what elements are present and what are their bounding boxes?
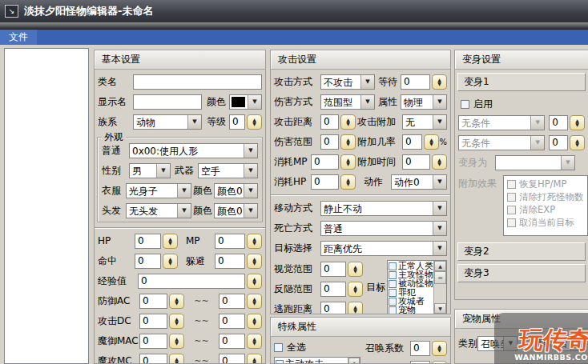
chevron-down-icon[interactable]: ▼ — [433, 115, 446, 129]
attack-mode-dropdown[interactable]: 不攻击 ▼ — [320, 74, 375, 90]
scroll-up-icon[interactable]: ▲ — [434, 261, 446, 271]
spinner-updown-icon[interactable]: ▲▼ — [432, 361, 447, 364]
checkbox[interactable] — [274, 343, 283, 352]
scrollbar[interactable]: ▲ ≡ ▼ — [433, 261, 446, 314]
name-color-dropdown[interactable]: ▼ — [229, 94, 262, 110]
checkbox[interactable] — [507, 218, 516, 227]
death-mode-dropdown[interactable]: 普通 ▼ — [320, 221, 447, 236]
appearance-normal-dropdown[interactable]: 0x00:使用人形 ▼ — [129, 143, 258, 158]
weapon-dropdown[interactable]: 空手 ▼ — [198, 163, 258, 178]
checkbox[interactable] — [507, 206, 516, 214]
chevron-down-icon[interactable]: ▼ — [360, 95, 374, 109]
target-type-item[interactable]: 攻城者 — [388, 297, 433, 306]
chevron-down-icon[interactable]: ▼ — [360, 75, 374, 89]
class-name-input[interactable] — [133, 74, 262, 90]
spinner-updown-icon[interactable]: ▲▼ — [169, 334, 184, 349]
spinner-updown-icon[interactable]: ▲▼ — [163, 254, 178, 269]
spinner-updown-icon[interactable]: ▲▼ — [340, 154, 356, 170]
spinner-updown-icon[interactable]: ▲▼ — [247, 234, 262, 249]
target-type-item[interactable]: 宠物 — [388, 306, 433, 314]
transform-to-dropdown[interactable]: ▼ — [495, 155, 575, 170]
spinner-updown-icon[interactable]: ▲▼ — [247, 334, 262, 349]
chevron-down-icon[interactable]: ▼ — [433, 202, 446, 215]
flag-item[interactable]: 主动攻击 — [275, 358, 348, 364]
damage-mode-dropdown[interactable]: 范围型 ▼ — [320, 94, 375, 110]
checkbox[interactable] — [276, 360, 284, 364]
attr-dropdown[interactable]: 物理 ▼ — [401, 94, 447, 110]
chevron-down-icon[interactable]: ▼ — [433, 175, 446, 189]
clothes-color-dropdown[interactable]: 颜色0 ▼ — [214, 183, 258, 198]
hair-dropdown[interactable]: 无头发 ▼ — [126, 203, 191, 218]
chevron-down-icon[interactable]: ▼ — [187, 115, 201, 129]
checkbox[interactable] — [389, 306, 397, 314]
transform-slot2-bar[interactable]: 变身2 — [457, 242, 586, 261]
spinner-updown-icon[interactable]: ▲▼ — [570, 135, 585, 150]
chevron-down-icon[interactable]: ▼ — [248, 95, 261, 109]
action-dropdown[interactable]: 动作0 ▼ — [391, 174, 447, 190]
target-type-item[interactable]: 主攻怪物 — [388, 270, 433, 279]
effects-listbox[interactable]: 恢复HP/MP 清除打死怪物数 清除EXP 取消当前目标 — [503, 175, 588, 236]
condition1-dropdown[interactable]: 无条件 ▼ — [458, 115, 545, 130]
effect-item[interactable]: 取消当前目标 — [505, 216, 587, 229]
spinner-updown-icon[interactable]: ▲▼ — [247, 254, 262, 269]
spinner-updown-icon[interactable]: ▲▼ — [340, 114, 356, 130]
scroll-up-icon[interactable]: ▲ — [348, 358, 360, 364]
chevron-down-icon[interactable]: ▼ — [433, 222, 446, 235]
spinner-updown-icon[interactable]: ▲▼ — [169, 314, 184, 329]
effect-item[interactable]: 清除打死怪物数 — [505, 190, 587, 203]
target-type-item[interactable]: 正常人类 — [388, 262, 433, 270]
spinner-updown-icon[interactable]: ▲▼ — [432, 341, 447, 356]
spinner-updown-icon[interactable]: ▲▼ — [570, 115, 585, 130]
spinner-updown-icon[interactable]: ▲▼ — [348, 282, 363, 297]
clothes-dropdown[interactable]: 光身子 ▼ — [126, 183, 191, 198]
chevron-down-icon[interactable]: ▼ — [244, 204, 257, 218]
display-name-input[interactable] — [133, 94, 202, 110]
checkbox[interactable] — [507, 180, 516, 189]
spinner-updown-icon[interactable]: ▲▼ — [247, 294, 262, 309]
enable-row[interactable]: 启用 — [461, 98, 588, 110]
scroll-down-icon[interactable]: ▼ — [434, 303, 446, 314]
chevron-down-icon[interactable]: ▼ — [433, 95, 446, 109]
move-mode-dropdown[interactable]: 静止不动 ▼ — [320, 201, 447, 216]
target-types-listbox[interactable]: 正常人类 主攻怪物 被动怪物 罪犯 攻城者 宠物 ▲ ≡ ▼ — [387, 260, 447, 314]
spinner-updown-icon[interactable]: ▲▼ — [247, 274, 262, 289]
chevron-down-icon[interactable]: ▼ — [561, 156, 574, 170]
chevron-down-icon[interactable]: ▼ — [433, 242, 446, 255]
effect-item[interactable]: 恢复HP/MP — [505, 178, 587, 190]
checkbox[interactable] — [389, 262, 397, 270]
chevron-down-icon[interactable]: ▼ — [177, 204, 191, 218]
transform-slot1-bar[interactable]: 变身1 — [457, 73, 586, 91]
spinner-updown-icon[interactable]: ▲▼ — [169, 294, 184, 309]
attack-addon-dropdown[interactable]: 无 ▼ — [402, 114, 447, 130]
spinner-updown-icon[interactable]: ▲▼ — [247, 314, 262, 329]
spinner-updown-icon[interactable]: ▲▼ — [163, 234, 178, 249]
checkbox[interactable] — [389, 271, 397, 279]
checkbox[interactable] — [389, 289, 397, 297]
select-all-row[interactable]: 全选 — [274, 340, 360, 354]
chevron-down-icon[interactable]: ▼ — [244, 144, 257, 158]
hair-color-dropdown[interactable]: 颜色0 ▼ — [214, 203, 258, 218]
family-dropdown[interactable]: 动物 ▼ — [133, 114, 202, 130]
chevron-down-icon[interactable]: ▼ — [177, 184, 191, 198]
checkbox[interactable] — [461, 100, 469, 109]
transform-slot3-bar[interactable]: 变身3 — [457, 264, 586, 282]
level-value[interactable]: 0 — [229, 114, 245, 130]
chevron-down-icon[interactable]: ▼ — [530, 116, 544, 130]
target-type-item[interactable]: 被动怪物 — [388, 279, 433, 288]
effect-item[interactable]: 清除EXP — [505, 203, 587, 216]
target-type-item[interactable]: 罪犯 — [388, 288, 433, 297]
spinner-updown-icon[interactable]: ▲▼ — [247, 354, 262, 364]
spinner-updown-icon[interactable]: ▲▼ — [348, 262, 363, 277]
spinner-updown-icon[interactable]: ▲▼ — [340, 134, 356, 150]
spinner-updown-icon[interactable]: ▲▼ — [432, 74, 447, 90]
spinner-updown-icon[interactable]: ▲▼ — [348, 302, 363, 315]
chevron-down-icon[interactable]: ▼ — [156, 164, 170, 178]
scrollbar[interactable]: ▲ — [348, 358, 360, 364]
target-select-dropdown[interactable]: 距离优先 ▼ — [320, 241, 447, 256]
spinner-updown-icon[interactable]: ▲▼ — [424, 134, 439, 150]
menu-file[interactable]: 文件 — [0, 30, 37, 45]
spinner-updown-icon[interactable]: ▲▼ — [432, 154, 447, 170]
gender-dropdown[interactable]: 男 ▼ — [129, 163, 171, 178]
chevron-down-icon[interactable]: ▼ — [530, 136, 544, 150]
spinner-updown-icon[interactable]: ▲▼ — [340, 174, 356, 190]
